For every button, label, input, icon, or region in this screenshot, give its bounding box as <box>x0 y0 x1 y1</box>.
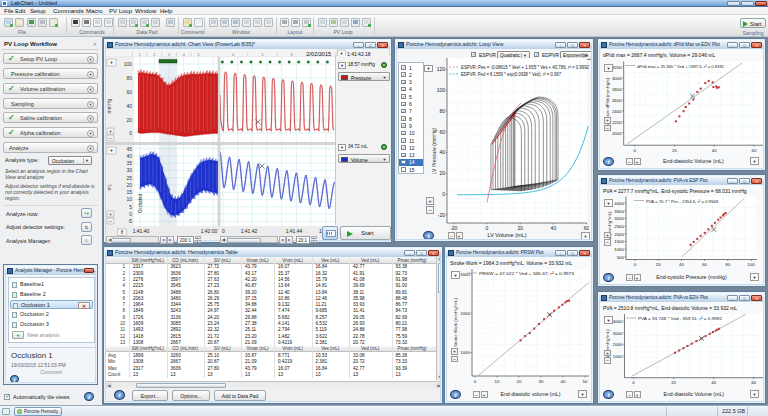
svg-text:25: 25 <box>126 175 132 181</box>
svg-text:1000: 1000 <box>613 354 623 359</box>
svg-text:20: 20 <box>671 380 676 385</box>
svg-text:60: 60 <box>584 225 589 231</box>
svg-text:60: 60 <box>126 89 132 95</box>
svg-text:40: 40 <box>679 262 684 267</box>
svg-text:0: 0 <box>486 225 489 231</box>
svg-text:LV Pressure (mmHg): LV Pressure (mmHg) <box>431 127 437 174</box>
svg-text:+: + <box>109 211 112 217</box>
svg-text:45: 45 <box>126 146 132 152</box>
svg-text:3000: 3000 <box>614 216 624 221</box>
svg-text:15: 15 <box>126 189 132 195</box>
svg-text:120: 120 <box>437 66 446 72</box>
svg-text:PVA = 70.7 * Pes - 2354.6, r²: PVA = 70.7 * Pes - 2354.6, r² = 0.9568 <box>646 199 719 204</box>
svg-text:60: 60 <box>751 380 756 385</box>
svg-text:40: 40 <box>126 153 132 159</box>
svg-text:0: 0 <box>222 228 225 234</box>
svg-text:▼: ▼ <box>110 148 114 153</box>
svg-text:20: 20 <box>517 225 523 231</box>
svg-text:mmHg: mmHg <box>106 98 112 113</box>
svg-text:2800: 2800 <box>612 87 622 92</box>
svg-text:20: 20 <box>439 170 445 176</box>
svg-text:▼: ▼ <box>110 60 114 65</box>
svg-text:3000: 3000 <box>460 272 470 277</box>
svg-text:30: 30 <box>126 167 132 173</box>
svg-text:100: 100 <box>124 61 133 67</box>
svg-text:-20: -20 <box>438 212 445 218</box>
svg-text:1:41:40: 1:41:40 <box>133 228 150 234</box>
svg-text:10: 10 <box>495 379 500 384</box>
svg-text:2400: 2400 <box>612 109 622 114</box>
svg-text:80: 80 <box>725 262 730 267</box>
svg-text:2000: 2000 <box>614 232 624 237</box>
svg-text:Occluded: Occluded <box>138 193 143 213</box>
svg-text:5: 5 <box>129 204 132 210</box>
svg-text:0: 0 <box>442 191 445 197</box>
svg-text:100: 100 <box>437 87 446 93</box>
svg-text:0: 0 <box>632 380 635 385</box>
svg-text:4000: 4000 <box>613 319 623 324</box>
svg-text:0: 0 <box>129 130 132 136</box>
svg-text:PRSW = 47.022 * Ved + 346.67,: PRSW = 47.022 * Ved + 346.67, r² = 0.997… <box>479 271 575 276</box>
svg-text:80: 80 <box>126 75 132 81</box>
svg-text:0: 0 <box>634 148 637 153</box>
svg-text:60: 60 <box>751 148 756 153</box>
svg-text:40: 40 <box>712 148 717 153</box>
svg-text:1:42:00: 1:42:00 <box>201 228 218 234</box>
svg-text:1500: 1500 <box>614 239 624 244</box>
svg-text:-5: -5 <box>128 218 133 224</box>
svg-text:2/02/2015: 2/02/2015 <box>307 51 331 57</box>
svg-text:60: 60 <box>439 129 445 135</box>
svg-text:0: 0 <box>474 379 477 384</box>
svg-text:1:41:42: 1:41:42 <box>241 228 258 234</box>
svg-text:3200: 3200 <box>612 65 622 70</box>
svg-text:40: 40 <box>551 225 557 231</box>
svg-text:0: 0 <box>634 262 637 267</box>
svg-text:20: 20 <box>126 117 132 123</box>
svg-text:EDPVR: Ped = 8.1559 * exp(0.09: EDPVR: Ped = 8.1559 * exp(0.0938 * Ved),… <box>461 72 561 77</box>
svg-text:40: 40 <box>711 380 716 385</box>
svg-text:–: – <box>109 218 112 224</box>
svg-text:-20: -20 <box>450 225 457 231</box>
svg-text:80: 80 <box>439 108 445 114</box>
svg-text:50: 50 <box>583 379 588 384</box>
svg-text:ESPVR: Pes = -0.08615 * Ves² +: ESPVR: Pes = -0.08615 * Ves² + 1.655 * V… <box>461 65 589 70</box>
svg-text:1:41:44: 1:41:44 <box>286 228 303 234</box>
svg-text:2500: 2500 <box>614 224 624 229</box>
svg-text:40: 40 <box>439 149 445 155</box>
svg-text:4000: 4000 <box>614 201 624 206</box>
svg-text:1000: 1000 <box>460 350 470 355</box>
svg-text:Stroke Work (mmHg*mL): Stroke Work (mmHg*mL) <box>453 297 458 346</box>
svg-text:2000: 2000 <box>460 311 470 316</box>
svg-text:20: 20 <box>126 182 132 188</box>
svg-text:3500: 3500 <box>614 209 624 214</box>
svg-text:mL: mL <box>106 183 112 190</box>
svg-text:40: 40 <box>126 103 132 109</box>
svg-text:0: 0 <box>129 211 132 217</box>
svg-text:20: 20 <box>672 148 677 153</box>
svg-text:10: 10 <box>126 196 132 202</box>
svg-text:3000: 3000 <box>613 331 623 336</box>
svg-text:–: – <box>109 135 112 141</box>
svg-text:100: 100 <box>747 262 755 267</box>
svg-text:2000: 2000 <box>612 131 622 136</box>
svg-text:20: 20 <box>517 379 522 384</box>
svg-text:30: 30 <box>539 379 544 384</box>
svg-text:+: + <box>109 128 112 134</box>
svg-text:60: 60 <box>702 262 707 267</box>
svg-text:40: 40 <box>561 379 566 384</box>
svg-text:35: 35 <box>126 160 132 166</box>
svg-text:dP/dt max = 25.365 * Ved + 189: dP/dt max = 25.365 * Ved + 1897.5, r² = … <box>637 64 725 69</box>
svg-text:3000: 3000 <box>612 76 622 81</box>
svg-text:20: 20 <box>656 262 661 267</box>
svg-text:2200: 2200 <box>612 120 622 125</box>
svg-text:500: 500 <box>617 255 625 260</box>
svg-text:1000: 1000 <box>614 247 624 252</box>
svg-text:2600: 2600 <box>612 98 622 103</box>
svg-text:2000: 2000 <box>613 342 623 347</box>
svg-text:PVA = 93.748 * Ved - 659.51, r: PVA = 93.748 * Ved - 659.51, r² = 0.9992 <box>638 316 723 321</box>
